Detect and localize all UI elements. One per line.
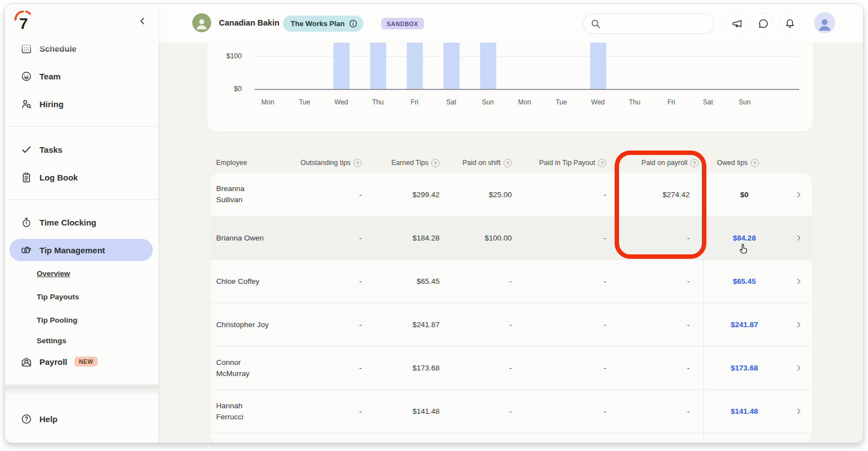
banknote-icon	[21, 244, 32, 256]
x-axis-tick: Sat	[695, 98, 721, 106]
cell-owed-tips: $0	[704, 173, 785, 216]
bell-icon	[784, 18, 796, 29]
cell-employee-name-value: Brianna Owen	[216, 233, 264, 244]
cell-owed-tips-link[interactable]: $65.45	[704, 260, 785, 303]
row-chevron[interactable]	[785, 260, 812, 303]
cell-paid-on-shift: -	[446, 390, 518, 433]
cell-paid-on-shift: -	[446, 347, 518, 389]
cell-owed-tips-link[interactable]: $141.48	[704, 390, 785, 433]
help-tooltip-icon[interactable]: ?	[431, 159, 440, 167]
notifications-button[interactable]	[779, 13, 800, 34]
help-tooltip-icon[interactable]: ?	[751, 159, 759, 167]
sidebar-item-schedule[interactable]: Schedule	[9, 37, 153, 59]
cell-paid-on-shift-value: -	[510, 407, 512, 415]
cell-employee-name: Breanna Sullivan	[211, 173, 294, 216]
table-row-christopher-joy[interactable]: Christopher Joy-$241.87---$241.87	[211, 303, 812, 346]
sidebar-item-hiring[interactable]: Hiring	[9, 93, 153, 115]
smiley-icon	[21, 71, 32, 82]
cell-outstanding-tips-value: -	[360, 191, 362, 199]
cell-employee-name-value: Christopher Joy	[216, 319, 269, 330]
cell-paid-in-tip-payout: -	[518, 347, 613, 389]
chart-bar-fri-4	[407, 43, 423, 89]
messages-button[interactable]	[752, 13, 774, 34]
sidebar-item-time-clocking[interactable]: Time Clocking	[9, 211, 153, 233]
search-bar[interactable]	[583, 13, 714, 34]
cell-earned-tips: $241.87	[368, 303, 446, 346]
cell-paid-on-payroll-value: -	[687, 234, 690, 242]
location-switcher[interactable]: Canadian Bakin	[192, 13, 280, 32]
cell-employee-name: Brianna Owen	[211, 217, 294, 259]
table-row-brianna-owen[interactable]: Brianna Owen-$184.28$100.00--$84.28	[211, 216, 812, 259]
chevron-right-icon	[795, 191, 803, 199]
row-chevron[interactable]	[785, 173, 812, 216]
cell-owed-tips-link[interactable]: $173.68	[704, 347, 785, 389]
cell-paid-on-shift-value: $100.00	[485, 234, 512, 242]
sidebar-subitem-settings[interactable]: Settings	[9, 332, 153, 349]
cell-earned-tips-value: $65.45	[417, 277, 440, 285]
table-row-connor-mcmurray[interactable]: Connor McMurray-$173.68---$173.68	[211, 346, 812, 389]
search-input[interactable]	[605, 19, 700, 28]
x-axis-tick: Sun	[731, 98, 758, 106]
cell-paid-in-tip-payout-value: -	[604, 191, 607, 199]
sidebar-item-payroll[interactable]: PayrollNEW	[9, 350, 153, 373]
svg-text:7: 7	[19, 14, 28, 32]
chat-bubble-icon	[757, 18, 769, 29]
megaphone-icon	[731, 18, 743, 29]
app-logo-7shifts[interactable]: 7	[13, 9, 34, 34]
help-tooltip-icon[interactable]: ?	[503, 159, 512, 167]
cell-employee-name: Hannah Ferrucci	[211, 390, 294, 433]
chart-bar-thu-3	[370, 43, 386, 89]
x-axis-tick: Fri	[401, 98, 428, 106]
table-row-chloe-coffey[interactable]: Chloe Coffey-$65.45---$65.45	[211, 259, 812, 303]
cell-paid-in-tip-payout-value: -	[604, 320, 607, 329]
cell-outstanding-tips-value: -	[360, 320, 362, 329]
help-tooltip-icon[interactable]: ?	[353, 159, 362, 167]
table-row-breanna-sullivan[interactable]: Breanna Sullivan-$299.42$25.00-$274.42$0	[211, 173, 812, 216]
sidebar-subitem-tip-pooling[interactable]: Tip Pooling	[9, 312, 153, 328]
person-icon	[194, 17, 209, 31]
help-tooltip-icon[interactable]: ?	[598, 159, 606, 167]
cell-paid-in-tip-payout-value: -	[604, 407, 607, 415]
sidebar-collapse-button[interactable]	[134, 13, 151, 29]
sidebar-item-tasks[interactable]: Tasks	[9, 138, 153, 161]
sidebar-subitem-overview[interactable]: Overview	[9, 265, 153, 282]
cell-employee-name-value: Connor McMurray	[216, 357, 270, 379]
stopwatch-icon	[21, 217, 32, 228]
sidebar-item-tip-management[interactable]: Tip Management	[9, 239, 153, 261]
sidebar-item-log-book[interactable]: Log Book	[9, 166, 153, 188]
sidebar-item-label: Schedule	[39, 44, 77, 53]
column-header-paid-in-tip-payout: Paid in Tip Payout?	[518, 157, 613, 168]
cell-earned-tips: $65.45	[368, 260, 446, 303]
user-avatar[interactable]	[814, 12, 835, 33]
x-axis-line	[255, 89, 799, 90]
plan-badge[interactable]: The Works Plan	[283, 16, 363, 32]
cell-outstanding-tips-value: -	[360, 277, 362, 285]
sidebar-divider	[5, 126, 158, 127]
help-tooltip-icon[interactable]: ?	[690, 159, 699, 167]
y-axis-tick-100: $100	[214, 52, 242, 60]
sidebar-item-team[interactable]: Team	[9, 65, 153, 87]
column-header-earned-tips: Earned Tips?	[368, 157, 446, 168]
table-row-hannah-ferrucci[interactable]: Hannah Ferrucci-$141.48---$141.48	[211, 389, 812, 433]
x-axis-tick: Tue	[548, 98, 575, 106]
cell-outstanding-tips: -	[294, 390, 368, 433]
row-chevron[interactable]	[785, 303, 812, 346]
sidebar-item-help[interactable]: Help	[9, 408, 153, 430]
sidebar-subitem-tip-payouts[interactable]: Tip Payouts	[9, 288, 153, 305]
cell-employee-name: Chloe Coffey	[211, 260, 294, 303]
cell-paid-on-shift-value: -	[510, 320, 512, 329]
sidebar-subitem-label: Tip Pooling	[37, 316, 77, 324]
row-chevron[interactable]	[785, 347, 812, 389]
cell-owed-tips-link[interactable]: $84.28	[704, 217, 785, 259]
chevron-right-icon	[795, 364, 803, 372]
cell-earned-tips-value: $241.87	[412, 320, 440, 329]
x-axis-tick: Sun	[475, 98, 501, 106]
column-header-label: Owed tips	[717, 159, 748, 167]
info-icon[interactable]	[348, 19, 358, 28]
sidebar-divider	[5, 199, 158, 200]
cell-earned-tips: $184.28	[368, 217, 446, 259]
cell-owed-tips-link[interactable]: $241.87	[704, 303, 785, 346]
row-chevron[interactable]	[785, 390, 812, 433]
row-chevron[interactable]	[785, 217, 812, 259]
announcements-button[interactable]	[726, 13, 747, 34]
